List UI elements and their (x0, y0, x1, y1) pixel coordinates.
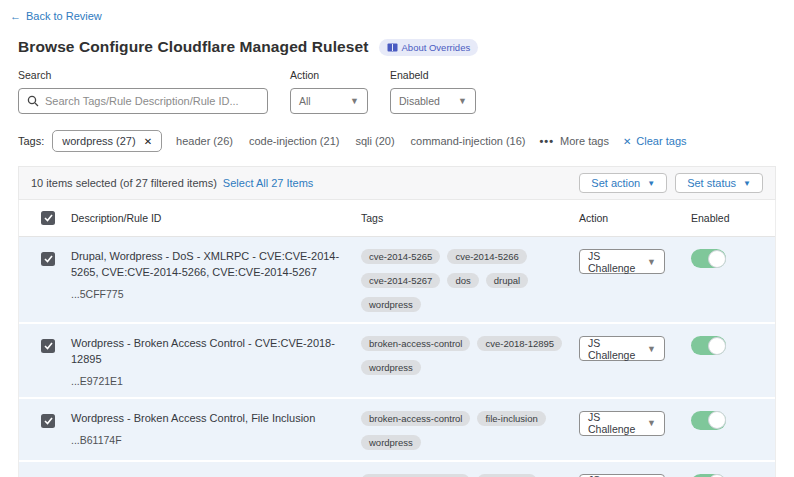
set-status-button[interactable]: Set status ▼ (675, 173, 763, 193)
tag-chip: drupal (486, 273, 528, 288)
rule-tags: cve-2014-5265cve-2014-5266cve-2014-5267d… (361, 249, 569, 312)
badge-label: About Overrides (402, 42, 471, 53)
more-tags-label: More tags (560, 135, 609, 147)
browse-ruleset-page: ← Back to Review Browse Configure Cloudf… (0, 0, 794, 477)
table-row: Wordpress - Broken Access Control - CVE:… (19, 324, 775, 399)
table-row: Wordpress - Broken Access Control - Upda… (19, 462, 775, 477)
check-icon (44, 417, 53, 425)
selected-tag-label: wordpress (27) (62, 135, 135, 147)
table-row: Drupal, Wordpress - DoS - XMLRPC - CVE:C… (19, 237, 775, 324)
enabled-filter: Enabeld Disabled ▼ (390, 69, 476, 114)
tag-chip: file-inclusion (477, 411, 545, 426)
filter-bar: Search Action All ▼ Enabeld Disabled ▼ (18, 69, 794, 114)
rule-id: ...5CFF775 (71, 288, 345, 300)
tag-chip: wordpress (361, 435, 421, 450)
more-tags-button[interactable]: ••• More tags (539, 135, 608, 147)
tag-chip: cve-2014-5265 (361, 249, 440, 264)
back-link-label: Back to Review (26, 10, 102, 22)
row-checkbox[interactable] (41, 339, 55, 353)
toggle-knob (708, 337, 726, 355)
tag-chip: cve-2014-5266 (447, 249, 526, 264)
tags-label: Tags: (18, 135, 44, 147)
rules-table: Description/Rule ID Tags Action Enabled … (18, 200, 776, 477)
tag-chip: wordpress (361, 360, 421, 375)
column-header-action: Action (579, 212, 691, 224)
tag-filter-list: header (26)code-injection (21)sqli (20)c… (176, 135, 525, 147)
column-header-description: Description/Rule ID (71, 212, 361, 224)
toggle-knob (708, 411, 726, 429)
chevron-down-icon: ▼ (647, 179, 655, 188)
clear-tags-label: Clear tags (636, 135, 686, 147)
check-icon (44, 255, 53, 263)
tag-filter[interactable]: header (26) (176, 135, 233, 147)
rule-tags: broken-access-controlfile-inclusionwordp… (361, 411, 569, 450)
search-filter: Search (18, 69, 268, 114)
table-body: Drupal, Wordpress - DoS - XMLRPC - CVE:C… (19, 237, 775, 477)
clear-icon: ✕ (623, 136, 631, 147)
tag-chip: cve-2014-5267 (361, 273, 440, 288)
chevron-down-icon: ▼ (647, 257, 656, 267)
tags-bar: Tags: wordpress (27) ✕ header (26)code-i… (18, 130, 794, 152)
rule-enabled-toggle[interactable] (691, 249, 726, 268)
chevron-down-icon: ▼ (458, 96, 467, 106)
arrow-left-icon: ← (10, 10, 21, 22)
rule-action-select[interactable]: JS Challenge ▼ (579, 336, 665, 361)
tag-chip: dos (447, 273, 478, 288)
column-header-enabled: Enabled (691, 212, 775, 224)
search-icon (27, 95, 39, 107)
rule-description: Wordpress - Broken Access Control, File … (71, 411, 345, 427)
search-box (18, 88, 268, 114)
row-checkbox[interactable] (41, 414, 55, 428)
chevron-down-icon: ▼ (647, 344, 656, 354)
tag-chip: cve-2018-12895 (477, 336, 562, 351)
tag-filter[interactable]: code-injection (21) (249, 135, 340, 147)
enabled-filter-select[interactable]: Disabled ▼ (390, 88, 476, 114)
row-checkbox[interactable] (41, 252, 55, 266)
page-title: Browse Configure Cloudflare Managed Rule… (18, 38, 369, 56)
rule-enabled-toggle[interactable] (691, 411, 726, 430)
rule-action-select[interactable]: JS Challenge ▼ (579, 411, 665, 436)
chevron-down-icon: ▼ (350, 96, 359, 106)
back-to-review-link[interactable]: ← Back to Review (10, 10, 102, 22)
action-filter-label: Action (290, 69, 368, 81)
remove-tag-icon[interactable]: ✕ (144, 136, 152, 147)
set-action-button[interactable]: Set action ▼ (579, 173, 667, 193)
select-all-link[interactable]: Select All 27 Items (223, 177, 314, 189)
tag-filter[interactable]: sqli (20) (355, 135, 394, 147)
selection-bar: 10 items selected (of 27 filtered items)… (18, 166, 776, 200)
action-filter-select[interactable]: All ▼ (290, 88, 368, 114)
page-header: Browse Configure Cloudflare Managed Rule… (18, 38, 794, 56)
table-row: Wordpress - Broken Access Control, File … (19, 399, 775, 462)
search-input[interactable] (45, 95, 259, 107)
rule-action-value: JS Challenge (588, 411, 637, 435)
clear-tags-button[interactable]: ✕ Clear tags (623, 135, 687, 147)
tag-chip: broken-access-control (361, 411, 470, 426)
tag-chip: wordpress (361, 297, 421, 312)
about-overrides-badge[interactable]: About Overrides (379, 39, 479, 56)
selection-status-text: 10 items selected (of 27 filtered items) (31, 177, 217, 189)
rule-tags: broken-access-controlcve-2018-12895wordp… (361, 336, 569, 375)
chevron-down-icon: ▼ (647, 418, 656, 428)
rule-enabled-toggle[interactable] (691, 336, 726, 355)
search-label: Search (18, 69, 268, 81)
enabled-filter-value: Disabled (399, 95, 440, 107)
set-action-label: Set action (591, 177, 640, 189)
chevron-down-icon: ▼ (743, 179, 751, 188)
ellipsis-icon: ••• (539, 135, 554, 147)
tag-chip: broken-access-control (361, 336, 470, 351)
rule-id: ...B61174F (71, 434, 345, 446)
toggle-knob (708, 250, 726, 268)
rule-action-value: JS Challenge (588, 337, 637, 361)
set-status-label: Set status (687, 177, 736, 189)
table-header: Description/Rule ID Tags Action Enabled (19, 200, 775, 237)
tag-filter[interactable]: command-injection (16) (411, 135, 526, 147)
rule-action-value: JS Challenge (588, 250, 637, 274)
book-icon (387, 43, 398, 52)
select-all-checkbox[interactable] (41, 211, 55, 225)
enabled-filter-label: Enabeld (390, 69, 476, 81)
check-icon (44, 342, 53, 350)
action-filter-value: All (299, 95, 311, 107)
rule-action-select[interactable]: JS Challenge ▼ (579, 249, 665, 274)
rule-id: ...E9721E1 (71, 375, 345, 387)
selected-tag-wordpress[interactable]: wordpress (27) ✕ (52, 130, 162, 152)
